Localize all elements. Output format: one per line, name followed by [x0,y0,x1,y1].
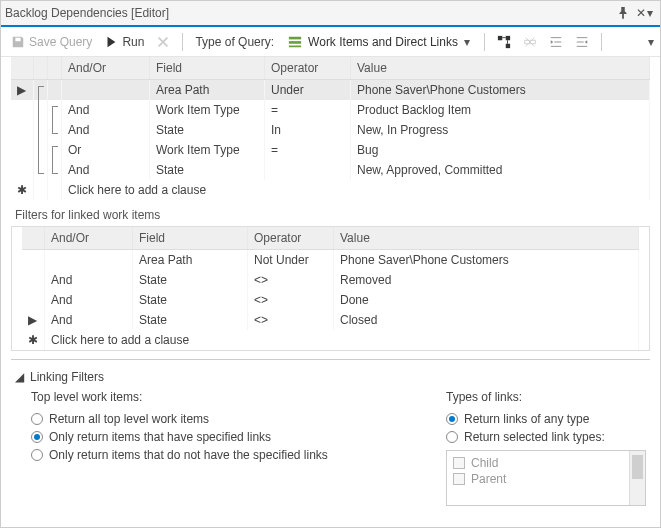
save-icon [11,35,25,49]
svg-rect-4 [506,35,510,39]
col-field[interactable]: Field [133,227,248,250]
cell-field[interactable]: Area Path [133,250,248,271]
add-clause-placeholder[interactable]: Click here to add a clause [45,330,639,350]
cell-field[interactable]: State [133,270,248,290]
close-icon[interactable]: ✕ [636,6,646,20]
run-button[interactable]: Run [100,33,148,51]
clause-row[interactable]: Or Work Item Type = Bug [11,140,650,160]
clause-row[interactable]: And Work Item Type = Product Backlog Ite… [11,100,650,120]
cell-operator[interactable]: Under [265,80,351,101]
row-selector[interactable]: ▶ [11,80,34,101]
cell-andor[interactable] [62,80,150,101]
cell-field[interactable]: Area Path [150,80,265,101]
add-clause-placeholder[interactable]: Click here to add a clause [62,180,650,200]
cell-field[interactable]: State [150,160,265,180]
cell-operator[interactable] [265,160,351,180]
cell-value[interactable]: Bug [351,140,650,160]
cell-value[interactable]: Phone Saver\Phone Customers [351,80,650,101]
col-andor[interactable]: And/Or [45,227,133,250]
toolbar-overflow-icon[interactable]: ▾ [648,35,654,49]
cell-andor[interactable] [45,250,133,271]
clause-row[interactable]: And State New, Approved, Committed [11,160,650,180]
cell-value[interactable]: Removed [334,270,639,290]
col-value[interactable]: Value [351,57,650,80]
clause-row[interactable]: ▶ And State <> Closed [22,310,639,330]
cell-operator[interactable]: <> [248,290,334,310]
row-selector[interactable] [11,120,34,140]
outdent-button[interactable] [571,33,593,51]
cell-value[interactable]: New, In Progress [351,120,650,140]
cell-andor[interactable]: And [62,120,150,140]
cell-operator[interactable]: <> [248,310,334,330]
row-selector[interactable]: ▶ [22,310,45,330]
clause-row[interactable]: And State In New, In Progress [11,120,650,140]
col-andor[interactable]: And/Or [62,57,150,80]
delete-button[interactable] [152,33,174,51]
clause-row[interactable]: Area Path Not Under Phone Saver\Phone Cu… [22,250,639,271]
cell-field[interactable]: Work Item Type [150,140,265,160]
cell-andor[interactable]: And [45,310,133,330]
link-type-label: Child [471,456,498,470]
clause-row[interactable]: And State <> Removed [22,270,639,290]
cell-field[interactable]: State [150,120,265,140]
svg-rect-5 [506,43,510,47]
top-level-option[interactable]: Only return items that have specified li… [31,428,438,446]
cell-operator[interactable]: Not Under [248,250,334,271]
row-selector[interactable] [22,290,45,310]
col-operator[interactable]: Operator [248,227,334,250]
link-types-option[interactable]: Return links of any type [446,410,646,428]
play-icon [104,35,118,49]
row-selector[interactable] [11,160,34,180]
clause-row[interactable]: ▶ Area Path Under Phone Saver\Phone Cust… [11,80,650,101]
new-row-icon[interactable]: ✱ [22,330,45,350]
col-value[interactable]: Value [334,227,639,250]
col-operator[interactable]: Operator [265,57,351,80]
scrollbar[interactable] [629,451,645,505]
row-selector[interactable] [22,250,45,271]
cell-value[interactable]: Product Backlog Item [351,100,650,120]
link-type-item[interactable]: Child [453,455,623,471]
row-selector[interactable] [11,140,34,160]
linking-filters-header[interactable]: ◢ Linking Filters [11,368,650,386]
cell-value[interactable]: Closed [334,310,639,330]
cell-andor[interactable]: And [45,290,133,310]
cell-operator[interactable]: = [265,140,351,160]
indent-button[interactable] [545,33,567,51]
link-types-option[interactable]: Return selected link types: [446,428,646,446]
clause-row[interactable]: And State <> Done [22,290,639,310]
cell-operator[interactable]: In [265,120,351,140]
cell-andor[interactable]: And [62,160,150,180]
cell-value[interactable]: New, Approved, Committed [351,160,650,180]
cell-field[interactable]: State [133,290,248,310]
type-of-query-select[interactable]: Work Items and Direct Links ▾ [282,33,476,51]
filters-section-title: Filters for linked work items [1,200,660,226]
top-level-option[interactable]: Only return items that do not have the s… [31,446,438,464]
row-selector[interactable] [22,270,45,290]
separator [601,33,602,51]
group-button[interactable] [519,33,541,51]
new-row-icon[interactable]: ✱ [11,180,34,200]
col-field[interactable]: Field [150,57,265,80]
link-types-listbox[interactable]: ChildParent [446,450,646,506]
pin-icon[interactable] [616,6,630,20]
indent-icon [549,35,563,49]
cell-value[interactable]: Done [334,290,639,310]
row-selector[interactable] [11,100,34,120]
cell-operator[interactable]: = [265,100,351,120]
save-query-button[interactable]: Save Query [7,33,96,51]
link-type-item[interactable]: Parent [453,471,623,487]
svg-rect-0 [289,36,301,39]
top-level-option[interactable]: Return all top level work items [31,410,438,428]
cell-field[interactable]: Work Item Type [150,100,265,120]
tree-mode-button[interactable] [493,33,515,51]
link-type-label: Parent [471,472,506,486]
cell-field[interactable]: State [133,310,248,330]
radio-icon [446,431,458,443]
tab-dropdown-icon[interactable]: ▾ [647,6,653,20]
cell-value[interactable]: Phone Saver\Phone Customers [334,250,639,271]
separator [484,33,485,51]
cell-andor[interactable]: And [45,270,133,290]
cell-andor[interactable]: And [62,100,150,120]
cell-andor[interactable]: Or [62,140,150,160]
cell-operator[interactable]: <> [248,270,334,290]
